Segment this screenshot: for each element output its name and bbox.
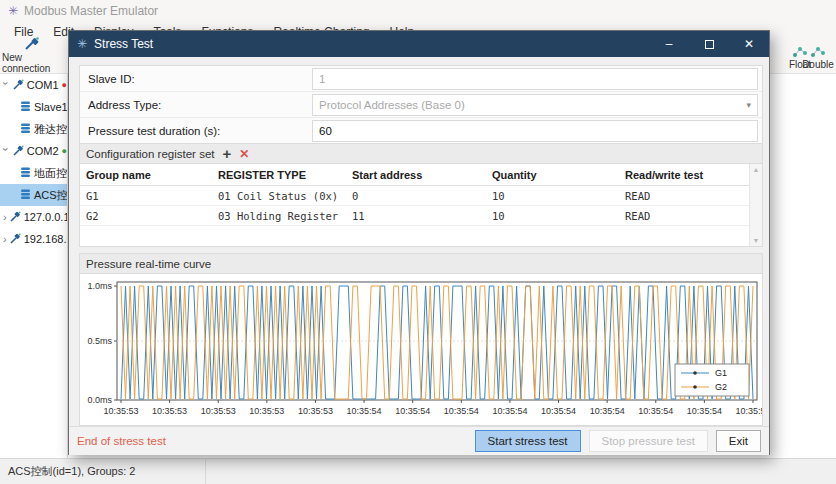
main-window-titlebar: ✳ Modbus Master Emulator [0, 0, 836, 22]
sidebar-item-com1[interactable]: ›COM1● [0, 74, 67, 96]
sidebar-item-slave1[interactable]: Slave1 [0, 96, 67, 118]
scroll-up-icon[interactable]: ▲ [753, 166, 760, 173]
statusbar-connection-info: ACS控制(id=1), Groups: 2 [0, 459, 206, 484]
register-set-title: Configuration register set [86, 148, 214, 160]
x-tick-label: 10:35:54 [492, 406, 527, 416]
new-connection-label: New connection [2, 52, 62, 74]
exit-button[interactable]: Exit [716, 430, 761, 452]
register-table: Group nameREGISTER TYPEStart addressQuan… [79, 163, 763, 247]
x-tick-label: 10:35:53 [249, 406, 284, 416]
start-stress-test-button[interactable]: Start stress test [475, 430, 581, 452]
chevron-expanded-icon[interactable]: › [0, 148, 12, 155]
delete-group-icon[interactable]: ✕ [239, 147, 249, 161]
x-tick-label: 10:35:54 [687, 406, 722, 416]
x-tick-label: 10:35:53 [103, 406, 138, 416]
sidebar-item-127-0-0-1[interactable]: ›127.0.0.1 [0, 206, 67, 228]
status-dot: ● [62, 81, 67, 90]
connection-tree: ›COM1●Slave1雅达控制›COM2●地面控制ACS控制›127.0.0.… [0, 74, 68, 458]
sidebar-item-acs控制[interactable]: ACS控制 [0, 184, 67, 206]
table-cell: READ [619, 190, 749, 202]
x-tick-label: 10:35:54 [395, 406, 430, 416]
column-header[interactable]: Group name [80, 169, 212, 181]
table-cell: 10 [486, 210, 619, 222]
address-type-label: Address Type: [80, 99, 312, 111]
tree-item-label: COM1 [27, 79, 59, 91]
address-type-select[interactable]: Protocol Addresses (Base 0) ▾ [312, 94, 758, 116]
x-tick-label: 10:35:54 [444, 406, 479, 416]
close-icon[interactable]: ✕ [729, 31, 769, 57]
status-dot: ● [62, 147, 67, 156]
tree-item-label: ACS控制 [34, 188, 68, 203]
chevron-collapsed-icon[interactable]: › [3, 233, 7, 245]
maximize-icon[interactable] [689, 31, 729, 57]
slave-id-field: 1 [312, 68, 758, 90]
tree-item-label: 雅达控制 [34, 122, 68, 137]
database-icon [20, 189, 31, 202]
column-header[interactable]: Start address [346, 169, 486, 181]
double-button[interactable]: Double [800, 43, 836, 73]
chart-title: Pressure real-time curve [80, 254, 762, 274]
plug-icon [13, 79, 24, 92]
dialog-titlebar[interactable]: ✳ Stress Test – ✕ [69, 31, 769, 57]
slave-id-label: Slave ID: [80, 73, 312, 85]
sidebar-item-地面控制[interactable]: 地面控制 [0, 162, 67, 184]
tree-item-label: 127.0.0.1 [24, 211, 68, 223]
table-row[interactable]: G101 Coil Status (0x) (R/W)010READ [80, 186, 749, 206]
double-icon [811, 46, 825, 58]
table-cell: G1 [80, 190, 212, 202]
scroll-down-icon[interactable]: ▼ [753, 237, 760, 244]
main-window-title: Modbus Master Emulator [24, 4, 158, 18]
new-connection-button[interactable]: New connection [2, 36, 62, 74]
dialog-icon: ✳ [77, 37, 87, 51]
minimize-icon[interactable]: – [649, 31, 689, 57]
y-tick-label: 0.5ms [87, 336, 112, 346]
stress-settings-form: Slave ID: 1 Address Type: Protocol Addre… [79, 65, 763, 145]
plug-icon [10, 211, 21, 224]
table-cell: READ [619, 210, 749, 222]
legend-marker [693, 385, 697, 389]
sidebar-item-com2[interactable]: ›COM2● [0, 140, 67, 162]
table-row[interactable]: G203 Holding Register (4x) (R1110READ [80, 206, 749, 226]
x-tick-label: 10:35:54 [590, 406, 625, 416]
dialog-title: Stress Test [94, 37, 153, 51]
stop-pressure-test-button[interactable]: Stop pressure test [589, 430, 708, 452]
table-scrollbar[interactable]: ▲ ▼ [749, 164, 762, 246]
dialog-footer: End of stress test Start stress test Sto… [69, 426, 769, 455]
tree-item-label: COM2 [27, 145, 59, 157]
table-cell: 03 Holding Register (4x) (R [212, 210, 346, 222]
x-tick-label: 10:35:53 [152, 406, 187, 416]
add-group-icon[interactable]: + [222, 146, 231, 161]
table-cell: G2 [80, 210, 212, 222]
double-label: Double [802, 59, 834, 70]
chevron-expanded-icon[interactable]: › [0, 82, 12, 89]
plug-icon [13, 145, 24, 158]
table-header-row: Group nameREGISTER TYPEStart addressQuan… [80, 164, 749, 186]
database-icon [20, 167, 31, 180]
table-cell: 01 Coil Status (0x) (R/W) [212, 190, 346, 202]
x-tick-label: 10:35:54 [735, 406, 762, 416]
stress-status-text: End of stress test [77, 435, 166, 447]
app-icon: ✳ [8, 4, 18, 18]
column-header[interactable]: Read/write test [619, 169, 749, 181]
register-set-header: Configuration register set + ✕ [79, 143, 763, 163]
pressure-chart: 0.0ms0.5ms1.0ms10:35:5310:35:5310:35:531… [80, 274, 762, 424]
sidebar-item-雅达控制[interactable]: 雅达控制 [0, 118, 67, 140]
pressure-chart-panel: Pressure real-time curve 0.0ms0.5ms1.0ms… [79, 253, 763, 426]
column-header[interactable]: REGISTER TYPE [212, 169, 346, 181]
x-tick-label: 10:35:54 [347, 406, 382, 416]
y-tick-label: 1.0ms [87, 281, 112, 291]
chevron-collapsed-icon[interactable]: › [3, 211, 7, 223]
table-cell: 11 [346, 210, 486, 222]
sidebar-item-192-168-5[interactable]: ›192.168.5 [0, 228, 67, 250]
table-cell: 0 [346, 190, 486, 202]
duration-input[interactable]: 60 [312, 120, 758, 142]
address-type-value: Protocol Addresses (Base 0) [319, 99, 465, 111]
duration-label: Pressure test duration (s): [80, 125, 312, 137]
table-cell: 10 [486, 190, 619, 202]
tree-item-label: Slave1 [34, 101, 68, 113]
database-icon [20, 123, 31, 136]
legend-label: G2 [715, 382, 727, 392]
new-connection-icon [24, 37, 40, 51]
column-header[interactable]: Quantity [486, 169, 619, 181]
y-tick-label: 0.0ms [87, 395, 112, 405]
